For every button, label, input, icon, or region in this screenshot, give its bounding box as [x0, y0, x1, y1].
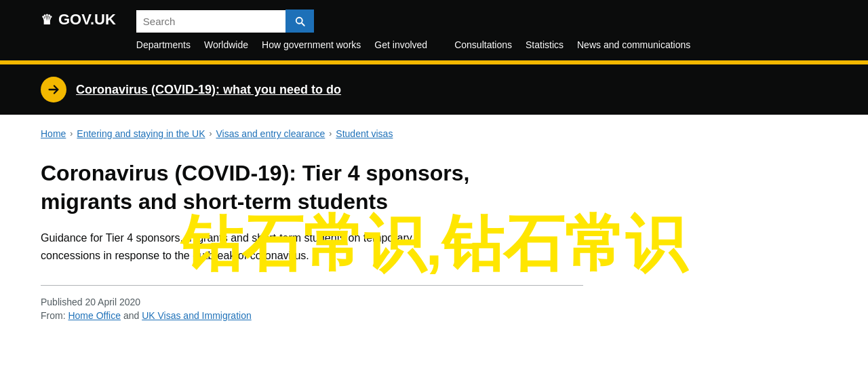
search-nav-area: Departments Worldwide How government wor… — [136, 7, 827, 60]
nav-link-statistics[interactable]: Statistics — [526, 37, 564, 54]
page-description: Guidance for Tier 4 sponsors, migrants a… — [41, 229, 414, 264]
covid-banner-link[interactable]: Coronavirus (COVID-19): what you need to… — [76, 83, 341, 97]
from-separator: and — [123, 310, 142, 321]
nav-link-departments[interactable]: Departments — [136, 37, 191, 54]
breadcrumb-home[interactable]: Home — [41, 128, 66, 139]
arrow-right-icon — [46, 82, 61, 97]
breadcrumb-sep-1: › — [70, 129, 73, 138]
published-line: Published 20 April 2020 — [41, 297, 827, 307]
breadcrumb-sep-3: › — [329, 129, 332, 138]
search-bar — [136, 10, 827, 33]
search-input[interactable] — [136, 10, 285, 33]
main-nav: Departments Worldwide How government wor… — [136, 37, 827, 60]
site-logo: ♛ GOV.UK — [41, 7, 116, 29]
crown-icon: ♛ — [41, 12, 53, 28]
main-content: 钻石常识,钻石常识 Coronavirus (COVID-19): Tier 4… — [27, 139, 841, 347]
nav-link-get-involved[interactable]: Get involved — [374, 37, 427, 54]
search-icon — [294, 15, 306, 27]
from-home-office[interactable]: Home Office — [68, 310, 121, 321]
nav-link-consultations[interactable]: Consultations — [454, 37, 512, 54]
site-header: ♛ GOV.UK Departments Worldwide How gover… — [0, 0, 868, 60]
covid-banner: Coronavirus (COVID-19): what you need to… — [0, 64, 868, 115]
from-label: From: — [41, 310, 66, 321]
logo-text: GOV.UK — [58, 11, 116, 29]
published-date: 20 April 2020 — [85, 297, 140, 307]
nav-link-news[interactable]: News and communications — [577, 37, 690, 54]
arrow-circle-icon — [41, 77, 66, 102]
breadcrumb-entering[interactable]: Entering and staying in the UK — [77, 128, 205, 139]
search-button[interactable] — [285, 10, 314, 33]
meta-divider — [41, 285, 583, 286]
breadcrumb-section: Home › Entering and staying in the UK › … — [27, 115, 841, 139]
from-ukvi[interactable]: UK Visas and Immigration — [142, 310, 252, 321]
breadcrumb-visas[interactable]: Visas and entry clearance — [216, 128, 325, 139]
breadcrumb-student-visas[interactable]: Student visas — [336, 128, 393, 139]
page-title: Coronavirus (COVID-19): Tier 4 sponsors,… — [41, 159, 515, 216]
published-label: Published — [41, 297, 83, 307]
nav-link-how-gov-works[interactable]: How government works — [262, 37, 361, 54]
breadcrumb: Home › Entering and staying in the UK › … — [41, 128, 827, 139]
from-line: From: Home Office and UK Visas and Immig… — [41, 310, 827, 321]
meta-info: Published 20 April 2020 From: Home Offic… — [41, 297, 827, 321]
nav-link-worldwide[interactable]: Worldwide — [204, 37, 248, 54]
breadcrumb-sep-2: › — [209, 129, 212, 138]
